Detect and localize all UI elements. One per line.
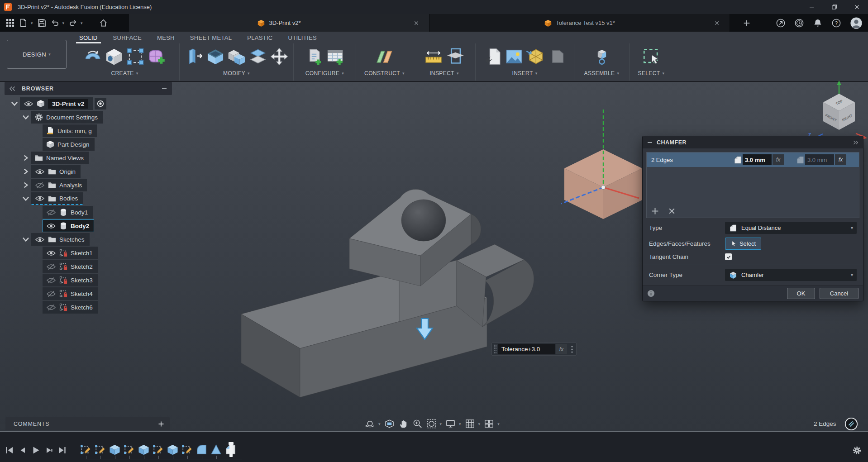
timeline-go-to-start-icon[interactable]	[5, 445, 14, 455]
group-label-create[interactable]: CREATE▾	[111, 70, 138, 76]
timeline-settings-gear-icon[interactable]	[853, 446, 861, 455]
timeline-feature-extrude-3[interactable]	[109, 443, 121, 456]
undock-dialog-icon[interactable]	[853, 140, 858, 145]
account-icon[interactable]	[850, 17, 863, 29]
ribbon-tab-mesh[interactable]: MESH	[149, 32, 182, 43]
eye-hidden-icon[interactable]	[46, 304, 56, 311]
close-tab-icon[interactable]	[413, 19, 420, 27]
redo-button[interactable]: ▾	[67, 17, 84, 29]
ribbon-tab-sheet-metal[interactable]: SHEET METAL	[182, 32, 239, 43]
restore-button[interactable]	[823, 0, 845, 14]
timeline-feature-fillet-9[interactable]	[196, 443, 208, 456]
select-edges-button[interactable]: Select	[725, 238, 761, 250]
browser-item-document-settings[interactable]: Document Settings	[5, 110, 172, 124]
chevron-down-icon[interactable]: ▾	[497, 422, 500, 426]
browser-item-part-design[interactable]: Part Design	[5, 138, 172, 151]
job-status-icon[interactable]	[794, 18, 804, 28]
browser-item-sketch6[interactable]: Sketch6	[5, 300, 172, 314]
group-label-configure[interactable]: CONFIGURE▾	[305, 70, 344, 76]
rectangle-tool-button[interactable]	[126, 47, 145, 66]
eye-hidden-icon[interactable]	[46, 209, 56, 216]
browser-item-sketch4[interactable]: Sketch4	[5, 287, 172, 300]
distance-two-input[interactable]: 3.0 mm	[805, 154, 834, 165]
timeline-playhead[interactable]	[229, 442, 233, 457]
canvas-tool-button[interactable]	[505, 47, 524, 66]
configure-tool-button[interactable]	[305, 47, 324, 66]
insert-cad-tool-button[interactable]	[547, 47, 566, 66]
display-settings-nav-button[interactable]: ▾	[445, 419, 461, 429]
file-new-button[interactable]: ▾	[18, 17, 34, 29]
browser-item-sketch1[interactable]: Sketch1	[5, 246, 172, 260]
ribbon-tab-surface[interactable]: SURFACE	[105, 32, 150, 43]
chevron-down-icon[interactable]: ▾	[378, 422, 381, 426]
app-grid-button[interactable]	[5, 17, 16, 29]
timeline-step-back-icon[interactable]	[18, 445, 28, 455]
ribbon-tab-plastic[interactable]: PLASTIC	[239, 32, 280, 43]
timeline-step-forward-icon[interactable]	[44, 445, 54, 455]
collapse-panel-icon[interactable]	[9, 86, 15, 91]
group-label-select[interactable]: SELECT▾	[638, 70, 664, 76]
ribbon-tab-solid[interactable]: SOLID	[72, 32, 105, 43]
minimize-panel-icon[interactable]	[161, 86, 167, 91]
group-label-inspect[interactable]: INSPECT▾	[429, 70, 459, 76]
dialog-header[interactable]: CHAMFER	[643, 136, 863, 148]
notifications-icon[interactable]	[813, 18, 823, 28]
timeline-feature-sketch-4[interactable]	[123, 443, 135, 456]
home-button[interactable]	[98, 17, 109, 29]
job-status-badge-icon[interactable]	[844, 417, 858, 431]
browser-item-bodies[interactable]: Bodies	[5, 192, 172, 205]
fx-expression-button[interactable]: fx	[556, 344, 567, 354]
timeline-feature-sketch-2[interactable]	[94, 443, 106, 456]
browser-item-3d-print-v2[interactable]: 3D-Print v2	[5, 97, 172, 110]
revolve-tool-button[interactable]	[83, 47, 102, 66]
drag-handle-icon[interactable]	[493, 344, 497, 354]
measure-tool-button[interactable]	[424, 47, 443, 66]
close-tab-icon[interactable]	[713, 19, 720, 27]
kebab-menu-icon[interactable]	[569, 345, 575, 354]
fx-button[interactable]: fx	[773, 154, 784, 165]
corner-type-dropdown[interactable]: Chamfer ▾	[725, 269, 857, 281]
browser-item-origin[interactable]: Origin	[5, 165, 172, 178]
pan-nav-button[interactable]	[398, 419, 409, 429]
timeline-play-icon[interactable]	[31, 445, 41, 455]
timeline-feature-sketch-1[interactable]	[80, 443, 92, 456]
collapse-dialog-icon[interactable]	[647, 140, 653, 145]
timeline-feature-extrude-5[interactable]	[138, 443, 150, 456]
document-tab-tolerance-test-v15-v1[interactable]: Tolerance Test v15 v1*	[429, 14, 730, 32]
eye-hidden-icon[interactable]	[46, 277, 56, 284]
eye-hidden-icon[interactable]	[46, 263, 56, 270]
fx-button[interactable]: fx	[835, 154, 846, 165]
ribbon-tab-utilities[interactable]: UTILITIES	[281, 32, 324, 43]
new-tab-button[interactable]	[743, 19, 751, 27]
eye-visible-icon[interactable]	[35, 236, 45, 243]
fit-nav-button[interactable]: ▾	[426, 419, 442, 429]
shell-tool-button[interactable]	[206, 47, 225, 66]
chevron-right-icon[interactable]	[22, 182, 29, 188]
zoom-nav-button[interactable]	[412, 419, 423, 429]
document-tab-3d-print-v2[interactable]: 3D-Print v2*	[129, 14, 429, 32]
info-icon[interactable]	[647, 290, 655, 297]
ok-button[interactable]: OK	[787, 288, 815, 299]
group-label-construct[interactable]: CONSTRUCT▾	[364, 70, 405, 76]
eye-hidden-icon[interactable]	[46, 291, 56, 297]
chevron-down-icon[interactable]: ▾	[478, 422, 481, 426]
chevron-down-icon[interactable]	[22, 237, 29, 242]
eye-visible-icon[interactable]	[46, 223, 56, 229]
chevron-down-icon[interactable]	[11, 101, 18, 106]
insert-mesh-tool-button[interactable]	[526, 47, 545, 66]
remove-edge-set-button[interactable]	[668, 207, 676, 215]
look-at-nav-button[interactable]	[384, 419, 395, 429]
chevron-down-icon[interactable]	[22, 196, 29, 201]
eye-visible-icon[interactable]	[35, 195, 45, 202]
browser-item-named-views[interactable]: Named Views	[5, 151, 172, 165]
box-hole-tool-button[interactable]	[105, 47, 124, 66]
combine-tool-button[interactable]	[227, 47, 246, 66]
browser-item-units-mm-g[interactable]: Units: mm, g	[5, 124, 172, 138]
timeline-feature-draft-10[interactable]	[210, 443, 222, 456]
timeline-feature-sketch-8[interactable]	[181, 443, 193, 456]
add-edge-set-button[interactable]	[651, 207, 659, 215]
type-dropdown[interactable]: Equal Distance ▾	[725, 222, 857, 234]
edge-set-row[interactable]: 2 Edges 3.0 mm fx 3.0 mm fx	[647, 152, 859, 167]
chevron-down-icon[interactable]: ▾	[440, 422, 442, 426]
minimize-button[interactable]	[800, 0, 823, 14]
